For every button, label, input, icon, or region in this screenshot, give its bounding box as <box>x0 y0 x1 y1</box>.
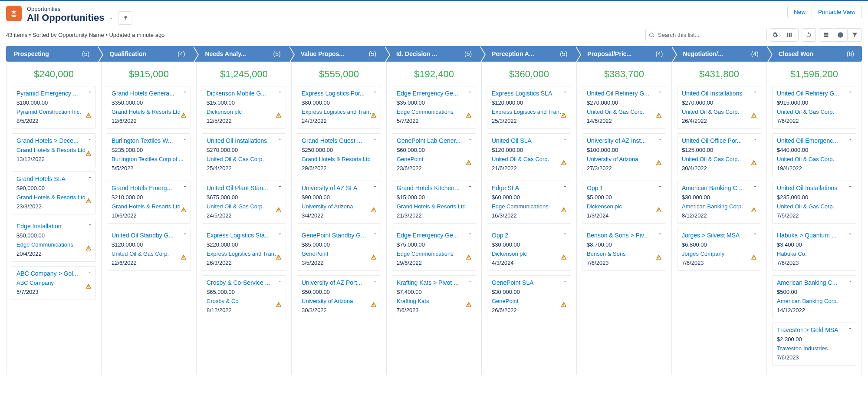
kanban-card[interactable]: Habuka > Quantum ...$3,400.00Habuka Co.7… <box>772 228 856 271</box>
kanban-card[interactable]: American Banking C...$500.00American Ban… <box>772 275 856 318</box>
card-account-link[interactable]: United Oil & Gas Corp. <box>682 109 756 115</box>
card-title[interactable]: Dickenson Mobile G... <box>207 90 281 97</box>
card-menu-button[interactable] <box>753 89 758 95</box>
card-menu-button[interactable] <box>87 270 92 275</box>
kanban-card[interactable]: GenePoint Lab Gener...$60,000.00GenePoin… <box>392 133 476 176</box>
kanban-card[interactable]: Grand Hotels Kitchen...$15,000.00Grand H… <box>392 181 476 224</box>
card-account-link[interactable]: Edge Communications <box>397 109 471 115</box>
printable-view-button[interactable]: Printable View <box>812 6 862 18</box>
card-menu-button[interactable] <box>848 231 853 237</box>
card-menu-button[interactable] <box>372 137 378 142</box>
card-title[interactable]: Traveston > Gold MSA <box>777 326 852 333</box>
card-menu-button[interactable] <box>87 137 92 142</box>
search-input[interactable] <box>645 29 767 41</box>
kanban-card[interactable]: Opp 2$30,000.00Dickenson plc4/3/2024 <box>487 228 571 271</box>
stage-3[interactable]: Value Propos...(5) <box>289 46 384 62</box>
stage-5[interactable]: Perception A...(5) <box>480 46 575 62</box>
refresh-button[interactable] <box>802 28 816 42</box>
card-menu-button[interactable] <box>182 137 187 142</box>
card-title[interactable]: United Oil SLA <box>492 137 566 144</box>
card-menu-button[interactable] <box>848 279 853 284</box>
card-account-link[interactable]: GenePoint <box>397 156 471 162</box>
card-title[interactable]: Express Logistics SLA <box>492 90 566 97</box>
card-title[interactable]: Opp 1 <box>587 184 661 191</box>
stage-4[interactable]: Id. Decision ...(5) <box>384 46 480 62</box>
card-menu-button[interactable] <box>848 137 853 142</box>
kanban-card[interactable]: United Oil SLA$120,000.00United Oil & Ga… <box>487 133 571 176</box>
card-title[interactable]: Grand Hotels > Dece... <box>16 137 91 144</box>
card-title[interactable]: United Oil Refinery G... <box>777 90 852 97</box>
stage-8[interactable]: Closed Won(6) <box>766 46 862 62</box>
card-account-link[interactable]: Dickenson plc <box>207 109 281 115</box>
kanban-card[interactable]: Edge Installation$50,000.00Edge Communic… <box>12 219 96 262</box>
kanban-card[interactable]: Dickenson Mobile G...$15,000.00Dickenson… <box>202 86 286 129</box>
card-title[interactable]: Grand Hotels Genera... <box>112 90 186 97</box>
card-title[interactable]: GenePoint SLA <box>492 279 566 286</box>
card-title[interactable]: United Oil Plant Stan... <box>207 184 281 191</box>
card-menu-button[interactable] <box>87 222 92 227</box>
card-account-link[interactable]: United Oil & Gas Corp. <box>682 156 756 162</box>
card-account-link[interactable]: Express Logistics and Trans... <box>207 250 281 257</box>
stage-7[interactable]: Negotiation/...(4) <box>671 46 766 62</box>
card-title[interactable]: ABC Company > Gol... <box>16 270 91 277</box>
card-title[interactable]: Edge SLA <box>492 184 566 191</box>
kanban-card[interactable]: University of AZ Port...$50,000.00Univer… <box>297 275 381 318</box>
card-menu-button[interactable] <box>182 231 187 237</box>
card-menu-button[interactable] <box>848 89 853 95</box>
card-title[interactable]: University of AZ Inst... <box>587 137 661 144</box>
card-menu-button[interactable] <box>277 137 283 142</box>
card-menu-button[interactable] <box>372 89 378 95</box>
kanban-card[interactable]: Grand Hotels Emerg...$210,000.00Grand Ho… <box>107 181 191 224</box>
card-account-link[interactable]: United Oil & Gas Corp. <box>777 203 852 210</box>
card-menu-button[interactable] <box>658 231 663 237</box>
kanban-card[interactable]: ABC Company > Gol...ABC Company6/7/2023 <box>12 266 96 300</box>
kanban-card[interactable]: United Oil Plant Stan...$675,000.00Unite… <box>202 181 286 224</box>
card-title[interactable]: United Oil Installations <box>777 184 852 191</box>
card-menu-button[interactable] <box>277 184 283 189</box>
card-title[interactable]: United Oil Emergenc... <box>777 137 852 144</box>
card-menu-button[interactable] <box>87 89 92 95</box>
card-account-link[interactable]: United Oil & Gas Corp. <box>207 203 281 210</box>
card-menu-button[interactable] <box>467 89 473 95</box>
card-menu-button[interactable] <box>753 231 758 237</box>
kanban-card[interactable]: Grand Hotels Guest ...$250,000.00Grand H… <box>297 133 381 176</box>
card-menu-button[interactable] <box>467 184 473 189</box>
card-account-link[interactable]: United Oil & Gas Corp. <box>777 156 852 162</box>
card-title[interactable]: Krafting Kats > Pivot ... <box>397 279 471 286</box>
card-title[interactable]: Jorges > Silvest MSA <box>682 232 756 239</box>
card-account-link[interactable]: Express Logistics and Trans... <box>492 109 566 115</box>
card-title[interactable]: Opp 2 <box>492 232 566 239</box>
kanban-card[interactable]: Edge SLA$60,000.00Edge Communications16/… <box>487 181 571 224</box>
card-title[interactable]: United Oil Installations <box>207 137 281 144</box>
card-title[interactable]: Crosby & Co-Service ... <box>207 279 281 286</box>
card-title[interactable]: United Oil Refinery G... <box>587 90 661 97</box>
card-menu-button[interactable] <box>372 279 378 284</box>
card-account-link[interactable]: United Oil & Gas Corp. <box>492 156 566 162</box>
card-menu-button[interactable] <box>562 137 568 142</box>
kanban-card[interactable]: United Oil Standby G...$120,000.00United… <box>107 228 191 271</box>
card-menu-button[interactable] <box>277 279 283 284</box>
card-title[interactable]: Edge Emergency Ge... <box>397 90 471 97</box>
kanban-card[interactable]: GenePoint Standby G...$85,000.00GenePoin… <box>297 228 381 271</box>
card-title[interactable]: Grand Hotels Guest ... <box>302 137 376 144</box>
card-title[interactable]: GenePoint Lab Gener... <box>397 137 471 144</box>
card-account-link[interactable]: Edge Communications <box>397 250 471 257</box>
kanban-card[interactable]: United Oil Installations$270,000.00Unite… <box>202 133 286 176</box>
card-account-link[interactable]: Habuka Co. <box>777 250 852 257</box>
new-button[interactable]: New <box>787 6 812 18</box>
card-menu-button[interactable] <box>182 89 187 95</box>
pin-button[interactable] <box>118 11 132 25</box>
card-title[interactable]: GenePoint Standby G... <box>302 232 376 239</box>
card-account-link[interactable]: American Banking Corp. <box>682 203 756 210</box>
card-account-link[interactable]: Grand Hotels & Resorts Ltd <box>16 194 91 201</box>
card-menu-button[interactable] <box>562 184 568 189</box>
card-account-link[interactable]: Grand Hotels & Resorts Ltd <box>397 203 471 210</box>
card-menu-button[interactable] <box>562 279 568 284</box>
card-title[interactable]: Grand Hotels SLA <box>16 175 91 182</box>
card-menu-button[interactable] <box>87 175 92 180</box>
kanban-card[interactable]: Traveston > Gold MSA$2,300.00Traveston I… <box>772 323 856 366</box>
card-account-link[interactable]: United Oil & Gas Corp. <box>207 156 281 162</box>
card-account-link[interactable]: GenePoint <box>492 298 566 304</box>
card-title[interactable]: Edge Emergency Ge... <box>397 232 471 239</box>
stage-2[interactable]: Needs Analy...(5) <box>193 46 288 62</box>
